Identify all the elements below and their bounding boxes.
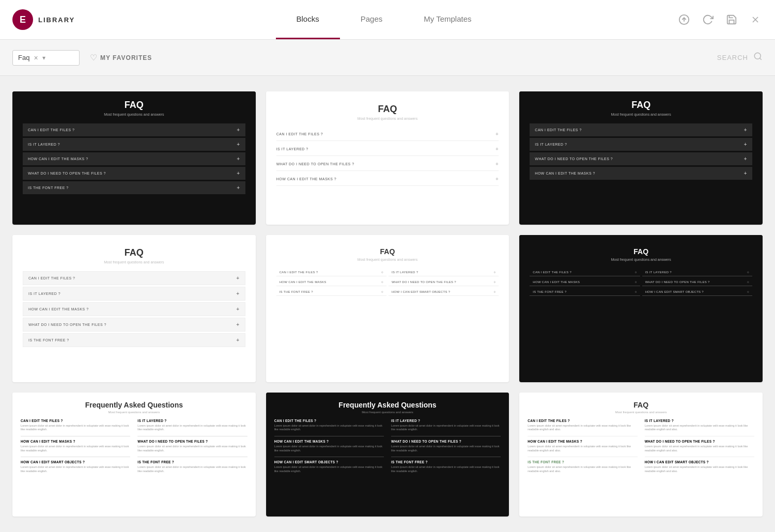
list-item: HOW CAN I EDIT THE MASKS ? Lorem ipsum d… — [528, 440, 637, 452]
list-item: How can I edit smart objects ? Lorem ips… — [21, 460, 130, 473]
template-card-7[interactable]: Frequently Asked Questions Most frequent… — [12, 393, 256, 517]
list-item: IS THE FONT FREE ?○ — [276, 288, 386, 296]
list-item: How can I edit smart objects ? Lorem ips… — [274, 460, 384, 473]
filter-clear-icon[interactable]: × — [34, 54, 38, 62]
card9-title: FAQ — [528, 401, 754, 409]
list-item: How can I edit the masks ? Lorem ipsum d… — [274, 440, 384, 452]
list-item: WHAT DO I NEED TO OPEN THE FILES ? Lorem… — [645, 440, 754, 452]
list-item: WHAT DO I NEED TO OPEN THE FILES ?+ — [23, 167, 245, 180]
search-placeholder: SEARCH — [717, 54, 748, 61]
list-item: HOW I CAN EDIT SMART OBJECTS ?○ — [389, 288, 499, 296]
category-filter[interactable]: Faq × ▾ — [12, 50, 80, 66]
list-item: CAN I EDIT THE FILES ?+ — [276, 128, 499, 141]
upload-icon[interactable] — [677, 12, 691, 27]
card5-title: FAQ — [276, 247, 499, 256]
list-item: HOW CAN I EDIT THE MASKS○ — [276, 278, 386, 286]
list-item: What do I need to open the files ? Lorem… — [137, 440, 247, 452]
template-card-2[interactable]: FAQ Most frequent questions and answers … — [266, 91, 509, 225]
heart-icon: ♡ — [90, 53, 97, 62]
refresh-icon[interactable] — [701, 12, 715, 27]
logo-icon: E — [12, 9, 33, 30]
list-item: Is the font free ? Lorem ipsum dolor sit… — [391, 460, 501, 473]
list-item: WHAT DO I NEED TO OPEN THE FILES ?+ — [276, 158, 499, 171]
template-card-9[interactable]: FAQ Most frequent questions and answers … — [519, 393, 763, 517]
favorites-button[interactable]: ♡ MY FAVORITES — [90, 53, 152, 62]
tab-my-templates[interactable]: My Templates — [403, 0, 492, 39]
svg-line-5 — [760, 58, 761, 59]
list-item: WHAT DO I NEED TO OPEN THE FILES ?○ — [389, 278, 499, 286]
card7-title: Frequently Asked Questions — [21, 401, 247, 409]
list-item: WHAT DO I NEED TO OPEN THE FILES ?+ — [530, 152, 752, 165]
list-item: IS IT LAYERED ?○ — [642, 269, 752, 276]
list-item: IS IT LAYERED ?○ — [389, 269, 499, 276]
list-item: HOW CAN I EDIT THE MASKS ?+ — [276, 173, 499, 186]
template-card-1[interactable]: FAQ Most frequent questions and answers … — [12, 91, 256, 225]
list-item: CAN I EDIT THE FILES ? Lorem ipsum dolor… — [528, 419, 637, 432]
list-item: HOW I CAN EDIT SMART OBJECTS ?○ — [642, 288, 752, 296]
favorites-label: MY FAVORITES — [100, 54, 152, 61]
filter-value: Faq — [18, 54, 29, 61]
header-actions — [664, 12, 775, 27]
search-area: SEARCH — [717, 52, 763, 64]
list-item: IS IT LAYERED ?+ — [530, 138, 752, 151]
template-card-3[interactable]: FAQ Most frequent questions and answers … — [519, 91, 763, 225]
list-item: What do I need to open the files ? Lorem… — [391, 440, 501, 452]
logo-area: E LIBRARY — [0, 9, 103, 30]
list-item: CAN I EDIT THE FILES ?○ — [530, 269, 640, 276]
header: E LIBRARY Blocks Pages My Templates — [0, 0, 775, 40]
card1-title: FAQ — [23, 100, 245, 111]
list-item: CAN I EDIT THE FILES ?+ — [23, 123, 245, 136]
list-item: WHAT DO I NEED TO OPEN THE FILES ?○ — [642, 278, 752, 286]
list-item: IS IT LAYERED ?+ — [276, 143, 499, 156]
template-card-5[interactable]: FAQ Most frequent questions and answers … — [266, 235, 509, 382]
list-item: IS THE FONT FREE ?○ — [530, 288, 640, 296]
list-item: Can I edit the files ? Lorem ipsum dolor… — [274, 419, 384, 432]
template-grid: FAQ Most frequent questions and answers … — [0, 76, 775, 532]
list-item: IS THE FONT FREE ?+ — [23, 333, 245, 347]
card4-title: FAQ — [23, 247, 245, 258]
tab-pages[interactable]: Pages — [340, 0, 404, 39]
svg-point-4 — [754, 53, 761, 59]
template-card-6[interactable]: FAQ Most frequent questions and answers … — [519, 235, 763, 382]
list-item: IS IT LAYERED ?+ — [23, 138, 245, 151]
list-item: IS THE FONT FREE ?+ — [23, 181, 245, 194]
list-item: HOW CAN I EDIT THE MASKS ?+ — [23, 302, 245, 316]
toolbar: Faq × ▾ ♡ MY FAVORITES SEARCH — [0, 40, 775, 76]
list-item: CAN I EDIT THE FILES ?○ — [276, 269, 386, 276]
template-card-8[interactable]: Frequently Asked Questions Most frequent… — [266, 393, 509, 517]
filter-dropdown-icon[interactable]: ▾ — [42, 54, 45, 61]
list-item: IS IT LAYERED ?+ — [23, 287, 245, 301]
list-item: IS IT LAYERED ? Lorem ipsum dolor sit am… — [645, 419, 754, 432]
close-icon[interactable] — [748, 12, 763, 27]
list-item: Can I edit the files ? Lorem ipsum dolor… — [21, 419, 130, 432]
list-item: Is the font free ? Lorem ipsum dolor sit… — [137, 460, 247, 473]
card6-title: FAQ — [530, 247, 752, 256]
list-item: HOW CAN I EDIT THE MASKS ?+ — [530, 167, 752, 180]
library-label: LIBRARY — [38, 16, 75, 24]
list-item: IS THE FONT FREE ? Lorem ipsum dolor sit… — [528, 460, 637, 473]
list-item: HOW CAN I EDIT THE MASKS ?+ — [23, 152, 245, 165]
tab-blocks[interactable]: Blocks — [276, 0, 340, 39]
list-item: HOW I CAN EDIT SMART OBJECTS ? Lorem ips… — [645, 460, 754, 473]
tabs: Blocks Pages My Templates — [103, 0, 664, 39]
save-icon[interactable] — [724, 12, 739, 27]
search-icon[interactable] — [753, 52, 763, 64]
list-item: CAN I EDIT THE FILES ?+ — [530, 123, 752, 136]
card8-title: Frequently Asked Questions — [274, 401, 501, 409]
template-card-4[interactable]: FAQ Most frequent questions and answers … — [12, 235, 256, 382]
card2-title: FAQ — [276, 104, 499, 115]
list-item: Is It Layered ? Lorem ipsum dolor sit am… — [137, 419, 247, 432]
list-item: HOW CAN I EDIT THE MASKS○ — [530, 278, 640, 286]
list-item: Is It Layered ? Lorem ipsum dolor sit am… — [391, 419, 501, 432]
list-item: How can I edit the masks ? Lorem ipsum d… — [21, 440, 130, 452]
list-item: WHAT DO I NEED TO OPEN THE FILES ?+ — [23, 318, 245, 332]
card3-title: FAQ — [530, 100, 752, 111]
list-item: CAN I EDIT THE FILES ?+ — [23, 271, 245, 285]
